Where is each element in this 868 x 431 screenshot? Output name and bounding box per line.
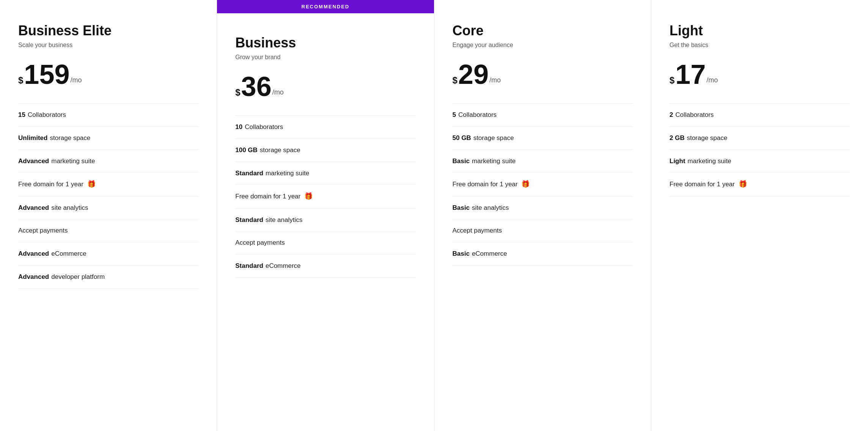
feature-item-core-1: 50 GB storage space bbox=[453, 127, 633, 150]
feature-text-core-4: site analytics bbox=[472, 203, 509, 212]
feature-item-business-0: 10 Collaborators bbox=[235, 115, 415, 139]
feature-bold-light-2: Light bbox=[670, 157, 686, 166]
plan-column-core: Core Engage your audience $ 29 /mo 5 Col… bbox=[434, 0, 651, 431]
plan-tagline-light: Get the basics bbox=[670, 42, 850, 49]
feature-item-business-5: Accept payments bbox=[235, 231, 415, 255]
plan-header-core: Core Engage your audience bbox=[453, 23, 633, 49]
price-amount-business-elite: 159 bbox=[24, 61, 69, 88]
feature-bold-business-elite-4: Advanced bbox=[18, 203, 49, 212]
price-amount-business: 36 bbox=[241, 73, 272, 100]
plan-name-business-elite: Business Elite bbox=[18, 23, 198, 39]
price-amount-light: 17 bbox=[675, 61, 706, 88]
price-amount-core: 29 bbox=[458, 61, 489, 88]
feature-item-business-2: Standard marketing suite bbox=[235, 162, 415, 185]
plan-tagline-business: Grow your brand bbox=[235, 54, 415, 61]
feature-text-business-5: Accept payments bbox=[235, 238, 285, 247]
feature-text-business-elite-6: eCommerce bbox=[51, 249, 86, 258]
price-period-core: /mo bbox=[489, 76, 501, 84]
feature-text-business-0: Collaborators bbox=[245, 123, 283, 132]
price-period-business: /mo bbox=[272, 88, 284, 96]
features-list-business-elite: 15 CollaboratorsUnlimited storage spaceA… bbox=[18, 103, 198, 289]
price-dollar-business: $ bbox=[235, 88, 240, 97]
feature-item-business-elite-0: 15 Collaborators bbox=[18, 103, 198, 127]
price-dollar-light: $ bbox=[670, 76, 675, 85]
feature-text-business-elite-4: site analytics bbox=[51, 203, 88, 212]
feature-text-core-2: marketing suite bbox=[472, 157, 516, 166]
plan-price-business: $ 36 /mo bbox=[235, 73, 415, 100]
feature-text-light-2: marketing suite bbox=[687, 157, 731, 166]
feature-bold-business-4: Standard bbox=[235, 216, 263, 225]
feature-item-core-0: 5 Collaborators bbox=[453, 103, 633, 127]
feature-bold-business-0: 10 bbox=[235, 123, 242, 132]
feature-item-core-6: Basic eCommerce bbox=[453, 242, 633, 266]
feature-item-business-elite-7: Advanced developer platform bbox=[18, 266, 198, 289]
feature-item-business-4: Standard site analytics bbox=[235, 209, 415, 232]
plan-column-business-elite: Business Elite Scale your business $ 159… bbox=[0, 0, 217, 431]
feature-bold-business-elite-6: Advanced bbox=[18, 249, 49, 258]
feature-bold-business-6: Standard bbox=[235, 261, 263, 271]
feature-text-core-1: storage space bbox=[473, 134, 514, 143]
feature-text-business-3: Free domain for 1 year bbox=[235, 192, 300, 201]
feature-text-business-1: storage space bbox=[260, 146, 300, 155]
feature-text-business-4: site analytics bbox=[266, 216, 302, 225]
pricing-container: Business Elite Scale your business $ 159… bbox=[0, 0, 868, 431]
feature-text-core-5: Accept payments bbox=[453, 226, 502, 235]
feature-bold-business-1: 100 GB bbox=[235, 146, 258, 155]
plan-header-business-elite: Business Elite Scale your business bbox=[18, 23, 198, 49]
feature-item-business-elite-1: Unlimited storage space bbox=[18, 127, 198, 150]
features-list-business: 10 Collaborators100 GB storage spaceStan… bbox=[235, 115, 415, 278]
feature-bold-core-0: 5 bbox=[453, 110, 456, 120]
plan-tagline-business-elite: Scale your business bbox=[18, 42, 198, 49]
plan-column-light: Light Get the basics $ 17 /mo 2 Collabor… bbox=[651, 0, 868, 431]
feature-text-business-elite-2: marketing suite bbox=[51, 157, 95, 166]
feature-text-core-3: Free domain for 1 year bbox=[453, 180, 518, 189]
gift-icon-business-elite-3: 🎁 bbox=[87, 179, 96, 189]
feature-item-business-elite-5: Accept payments bbox=[18, 219, 198, 242]
feature-bold-business-elite-7: Advanced bbox=[18, 272, 49, 282]
plan-price-core: $ 29 /mo bbox=[453, 61, 633, 88]
feature-bold-light-1: 2 GB bbox=[670, 134, 685, 143]
feature-item-light-2: Light marketing suite bbox=[670, 150, 850, 173]
feature-text-business-elite-1: storage space bbox=[50, 134, 90, 143]
feature-item-light-1: 2 GB storage space bbox=[670, 127, 850, 150]
plan-tagline-core: Engage your audience bbox=[453, 42, 633, 49]
feature-bold-core-2: Basic bbox=[453, 157, 470, 166]
feature-text-business-elite-3: Free domain for 1 year bbox=[18, 180, 83, 189]
plan-name-light: Light bbox=[670, 23, 850, 39]
feature-item-core-3: Free domain for 1 year🎁 bbox=[453, 173, 633, 196]
plan-header-business: Business Grow your brand bbox=[235, 35, 415, 61]
feature-text-core-0: Collaborators bbox=[458, 110, 497, 120]
feature-bold-business-elite-2: Advanced bbox=[18, 157, 49, 166]
feature-text-business-elite-5: Accept payments bbox=[18, 226, 68, 235]
feature-bold-business-elite-1: Unlimited bbox=[18, 134, 47, 143]
feature-text-business-elite-7: developer platform bbox=[51, 272, 105, 282]
feature-item-business-elite-2: Advanced marketing suite bbox=[18, 150, 198, 173]
gift-icon-core-3: 🎁 bbox=[521, 179, 530, 189]
gift-icon-business-3: 🎁 bbox=[304, 192, 313, 201]
feature-text-business-elite-0: Collaborators bbox=[28, 110, 66, 120]
feature-text-light-3: Free domain for 1 year bbox=[670, 180, 735, 189]
plan-header-light: Light Get the basics bbox=[670, 23, 850, 49]
feature-item-business-elite-3: Free domain for 1 year🎁 bbox=[18, 173, 198, 196]
feature-text-light-0: Collaborators bbox=[675, 110, 714, 120]
feature-text-business-2: marketing suite bbox=[266, 169, 309, 178]
plan-name-core: Core bbox=[453, 23, 633, 39]
feature-item-business-6: Standard eCommerce bbox=[235, 255, 415, 278]
feature-item-business-3: Free domain for 1 year🎁 bbox=[235, 185, 415, 208]
feature-item-light-3: Free domain for 1 year🎁 bbox=[670, 173, 850, 196]
feature-text-core-6: eCommerce bbox=[472, 249, 507, 258]
features-list-light: 2 Collaborators2 GB storage spaceLight m… bbox=[670, 103, 850, 197]
price-period-business-elite: /mo bbox=[71, 76, 82, 84]
price-period-light: /mo bbox=[706, 76, 718, 84]
plan-column-business: RECOMMENDED Business Grow your brand $ 3… bbox=[217, 0, 434, 431]
feature-bold-core-6: Basic bbox=[453, 249, 470, 258]
features-list-core: 5 Collaborators50 GB storage spaceBasic … bbox=[453, 103, 633, 266]
feature-item-core-2: Basic marketing suite bbox=[453, 150, 633, 173]
feature-bold-light-0: 2 bbox=[670, 110, 673, 120]
feature-item-business-elite-4: Advanced site analytics bbox=[18, 197, 198, 220]
feature-item-business-1: 100 GB storage space bbox=[235, 139, 415, 162]
recommended-badge: RECOMMENDED bbox=[217, 0, 434, 13]
feature-bold-business-2: Standard bbox=[235, 169, 263, 178]
price-dollar-core: $ bbox=[453, 76, 458, 85]
plan-price-business-elite: $ 159 /mo bbox=[18, 61, 198, 88]
